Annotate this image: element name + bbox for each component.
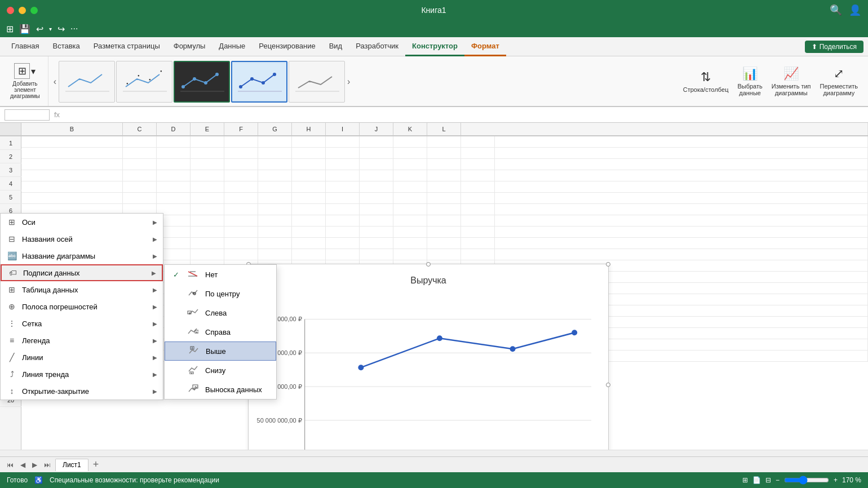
- cell-11-11[interactable]: [393, 249, 427, 260]
- handle-top[interactable]: [426, 262, 431, 267]
- cell-1-8[interactable]: [292, 136, 326, 148]
- cell-1-2[interactable]: [21, 136, 123, 148]
- cell-3-8[interactable]: [292, 159, 326, 170]
- horizontal-scrollbar[interactable]: [0, 450, 868, 456]
- move-chart-button[interactable]: ⤢ Переместитьдиаграмму: [817, 64, 861, 99]
- cell-4-5[interactable]: [191, 170, 224, 181]
- view-layout-icon[interactable]: 📄: [752, 476, 761, 484]
- minimize-button[interactable]: [19, 7, 26, 14]
- cell-6-8[interactable]: [292, 193, 326, 204]
- cell-10-10[interactable]: [360, 238, 393, 249]
- cell-3-7[interactable]: [258, 159, 292, 170]
- cell-1-11[interactable]: [393, 136, 427, 148]
- cell-5-3[interactable]: [123, 181, 157, 193]
- cell-8-9[interactable]: [326, 215, 360, 227]
- cell-8-13[interactable]: [461, 215, 495, 227]
- zoom-in-icon[interactable]: +: [834, 476, 838, 484]
- cell-3-5[interactable]: [191, 159, 224, 170]
- col-header-J[interactable]: J: [360, 123, 393, 135]
- tab-developer[interactable]: Разработчик: [349, 37, 405, 56]
- tab-insert[interactable]: Вставка: [46, 37, 86, 56]
- chart-thumb-2[interactable]: ● ● ● ●: [116, 61, 172, 103]
- sheet-nav-first[interactable]: ⏮: [5, 460, 16, 470]
- cell-5-9[interactable]: [326, 181, 360, 193]
- tab-constructor[interactable]: Конструктор: [405, 37, 464, 56]
- cell-4-4[interactable]: [157, 170, 191, 181]
- cell-5-rest[interactable]: [495, 181, 868, 193]
- cell-7-6[interactable]: [224, 204, 258, 215]
- sheet-nav-next[interactable]: ▶: [30, 460, 39, 470]
- cell-10-8[interactable]: [292, 238, 326, 249]
- col-header-B[interactable]: B: [21, 123, 123, 135]
- cell-11-rest[interactable]: [495, 249, 868, 260]
- col-header-L[interactable]: L: [427, 123, 461, 135]
- sheet-nav-last[interactable]: ⏭: [42, 460, 53, 470]
- cell-1-12[interactable]: [427, 136, 461, 148]
- cell-2-5[interactable]: [191, 148, 224, 159]
- cell-11-13[interactable]: [461, 249, 495, 260]
- row-num-4[interactable]: 4: [0, 177, 21, 190]
- menu-item-data-labels[interactable]: 🏷 Подписи данных ▶ ✓: [1, 264, 163, 281]
- cell-1-9[interactable]: [326, 136, 360, 148]
- save-icon[interactable]: 💾: [17, 22, 32, 36]
- handle-right[interactable]: [606, 383, 610, 387]
- row-num-3[interactable]: 3: [0, 163, 21, 177]
- row-num-1[interactable]: 1: [0, 136, 21, 150]
- cell-9-11[interactable]: [393, 227, 427, 238]
- cell-3-13[interactable]: [461, 159, 495, 170]
- col-header-E[interactable]: E: [191, 123, 224, 135]
- search-icon[interactable]: 🔍: [830, 4, 842, 16]
- cell-8-12[interactable]: [427, 215, 461, 227]
- cell-10-12[interactable]: [427, 238, 461, 249]
- redo-icon[interactable]: ↪: [56, 22, 67, 36]
- chart-thumb-5[interactable]: [289, 61, 345, 103]
- cell-3-10[interactable]: [360, 159, 393, 170]
- cell-4-6[interactable]: [224, 170, 258, 181]
- cell-10-6[interactable]: [224, 238, 258, 249]
- cell-1-3[interactable]: [123, 136, 157, 148]
- undo-dropdown-icon[interactable]: ▾: [47, 24, 54, 34]
- menu-item-legend[interactable]: ≡ Легенда ▶: [1, 332, 163, 349]
- cell-1-13[interactable]: [461, 136, 495, 148]
- cell-5-13[interactable]: [461, 181, 495, 193]
- cell-2-13[interactable]: [461, 148, 495, 159]
- cell-9-rest[interactable]: [495, 227, 868, 238]
- col-header-G[interactable]: G: [258, 123, 292, 135]
- cell-10-7[interactable]: [258, 238, 292, 249]
- cell-5-4[interactable]: [157, 181, 191, 193]
- cell-4-12[interactable]: [427, 170, 461, 181]
- cell-1-rest[interactable]: [495, 136, 868, 148]
- cell-11-12[interactable]: [427, 249, 461, 260]
- cell-1-6[interactable]: [224, 136, 258, 148]
- submenu-item-below[interactable]: A Снизу: [165, 361, 276, 380]
- cell-9-5[interactable]: [191, 227, 224, 238]
- cell-2-6[interactable]: [224, 148, 258, 159]
- cell-2-12[interactable]: [427, 148, 461, 159]
- tab-home[interactable]: Главная: [5, 37, 46, 56]
- tab-review[interactable]: Рецензирование: [252, 37, 322, 56]
- chart-container[interactable]: Выручка 200 000 000,00 ₽ 150 000 000,00 …: [248, 264, 609, 456]
- submenu-item-left[interactable]: A Слева: [165, 303, 276, 322]
- cell-1-4[interactable]: [157, 136, 191, 148]
- cell-9-8[interactable]: [292, 227, 326, 238]
- chart-thumb-1[interactable]: [59, 61, 115, 103]
- cell-4-3[interactable]: [123, 170, 157, 181]
- col-header-C[interactable]: C: [123, 123, 157, 135]
- cell-3-rest[interactable]: [495, 159, 868, 170]
- cell-5-11[interactable]: [393, 181, 427, 193]
- row-col-button[interactable]: ⇅ Строка/столбец: [680, 68, 732, 95]
- col-header-F[interactable]: F: [224, 123, 258, 135]
- cell-4-10[interactable]: [360, 170, 393, 181]
- cell-2-4[interactable]: [157, 148, 191, 159]
- menu-item-open-close[interactable]: ↕ Открытие-закрытие ▶: [1, 383, 163, 400]
- change-type-button[interactable]: 📈 Изменить типдиаграммы: [768, 64, 814, 99]
- cell-1-7[interactable]: [258, 136, 292, 148]
- close-button[interactable]: [7, 7, 14, 14]
- cell-11-7[interactable]: [258, 249, 292, 260]
- menu-item-axes[interactable]: ⊞ Оси ▶: [1, 214, 163, 230]
- cell-7-9[interactable]: [326, 204, 360, 215]
- cell-6-2[interactable]: [21, 193, 123, 204]
- cell-2-10[interactable]: [360, 148, 393, 159]
- cell-5-12[interactable]: [427, 181, 461, 193]
- cell-10-rest[interactable]: [495, 238, 868, 249]
